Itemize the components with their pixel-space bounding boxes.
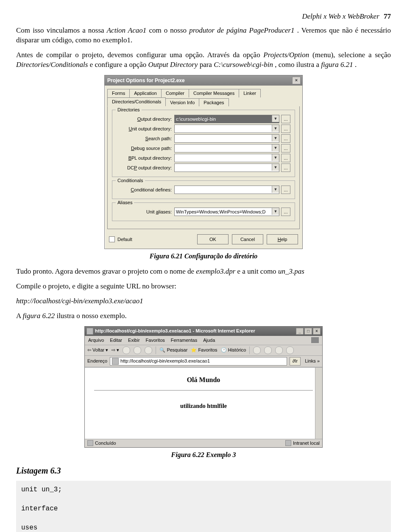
chevron-down-icon[interactable]: ▼ <box>272 125 279 132</box>
label-cond-defines: Conditional defines: <box>117 187 174 193</box>
italic-text: un_3.pas <box>278 267 304 275</box>
debug-source-combo[interactable]: ▼ <box>174 144 279 152</box>
browser-address-bar: Endereço http://localhost/cgi-bin/exempl… <box>85 356 322 367</box>
menu-arquivo[interactable]: Arquivo <box>88 337 104 344</box>
project-options-dialog: Project Options for Project2.exe × Forms… <box>104 75 303 249</box>
chevron-down-icon[interactable]: ▼ <box>272 144 279 151</box>
tab-compiler[interactable]: Compiler <box>161 89 189 97</box>
zone-icon <box>285 440 291 446</box>
home-icon[interactable] <box>145 346 152 354</box>
menu-favoritos[interactable]: Favoritos <box>146 337 165 344</box>
print-icon[interactable] <box>264 346 272 354</box>
browse-button[interactable]: … <box>281 208 290 216</box>
conditional-defines-combo[interactable]: ▼ <box>174 186 279 194</box>
code-block: unit un_3; interface uses SysUtils, Clas… <box>16 481 391 532</box>
search-path-combo[interactable]: ▼ <box>174 134 279 143</box>
browse-button[interactable]: … <box>281 163 290 172</box>
browse-button[interactable]: … <box>281 154 290 162</box>
group-title: Aliases <box>116 200 134 206</box>
scrollbar[interactable] <box>315 368 322 439</box>
group-conditionals: Conditionals Conditional defines: ▼ … <box>112 180 295 199</box>
chevron-down-icon[interactable]: ▼ <box>272 115 279 122</box>
menu-editar[interactable]: Editar <box>110 337 122 344</box>
dialog-bottom: Default OK Cancel Help <box>105 232 302 249</box>
page-heading: Olá Mundo <box>187 375 220 385</box>
go-button[interactable]: ∂ Ir <box>290 357 301 366</box>
tab-compiler-messages[interactable]: Compiler Messages <box>189 89 239 97</box>
browse-button[interactable]: … <box>281 125 290 133</box>
menu-ferramentas[interactable]: Ferramentas <box>171 337 197 344</box>
listing-heading: Listagem 6.3 <box>16 465 391 477</box>
dialog-titlebar[interactable]: Project Options for Project2.exe × <box>105 75 302 86</box>
minimize-icon[interactable]: _ <box>296 328 304 335</box>
tab-forms[interactable]: Forms <box>107 89 130 97</box>
tab-linker[interactable]: Linker <box>239 89 261 97</box>
page-subtext: utilizando htmlfile <box>180 402 227 410</box>
browse-button[interactable]: … <box>281 134 290 143</box>
links-button[interactable]: Links » <box>305 358 320 364</box>
help-button[interactable]: Help <box>267 234 298 244</box>
label-unit-aliases: Unit aliases: <box>117 209 174 215</box>
dialog-panel: Directories Output directory: c:\cursowe… <box>107 106 300 229</box>
separator <box>249 346 250 354</box>
discuss-icon[interactable] <box>286 346 294 354</box>
text: . <box>355 61 357 69</box>
close-icon[interactable]: × <box>313 328 321 335</box>
unit-output-combo[interactable]: ▼ <box>174 125 279 133</box>
menu-ajuda[interactable]: Ajuda <box>203 337 215 344</box>
favorites-button[interactable]: ⭐ Favoritos <box>191 347 217 353</box>
chevron-down-icon[interactable]: ▼ <box>272 186 279 193</box>
tab-directories-conditionals[interactable]: Directories/Conditionals <box>107 97 166 107</box>
italic-text: exemplo3.dpr <box>196 267 235 275</box>
close-icon[interactable]: × <box>292 77 301 84</box>
header-title: Delphi x Web x WebBroker <box>302 12 379 20</box>
back-button[interactable]: ⇦ Voltar ▾ <box>87 347 108 353</box>
browse-button[interactable]: … <box>281 186 290 194</box>
mail-icon[interactable] <box>253 346 261 354</box>
browser-content: Olá Mundo utilizando htmlfile <box>85 367 322 439</box>
stop-icon[interactable] <box>123 346 130 354</box>
text: e a unit como <box>237 267 278 275</box>
value: WinTypes=Windows;WinProcs=Windows;D <box>176 209 266 215</box>
chevron-down-icon[interactable]: ▼ <box>272 135 279 141</box>
refresh-icon[interactable] <box>134 346 141 354</box>
tab-packages[interactable]: Packages <box>199 98 229 107</box>
chevron-down-icon[interactable]: ▼ <box>272 164 279 171</box>
address-label: Endereço <box>87 358 107 364</box>
paragraph-2: Antes de compilar o projeto, devemos con… <box>16 50 391 70</box>
search-button[interactable]: 🔍 Pesquisar <box>159 347 187 353</box>
browse-button[interactable]: … <box>281 144 290 152</box>
default-checkbox[interactable]: Default <box>109 236 132 243</box>
text: Tudo pronto. Agora devemos gravar o proj… <box>16 267 196 275</box>
ok-button[interactable]: OK <box>197 234 229 244</box>
browser-menu: Arquivo Editar Exibir Favoritos Ferramen… <box>85 336 322 345</box>
maximize-icon[interactable]: □ <box>304 328 312 335</box>
group-title: Directories <box>116 107 142 113</box>
browser-titlebar[interactable]: http://localhost/cgi-bin/exemplo3.exe/ac… <box>85 327 322 336</box>
unit-aliases-combo[interactable]: WinTypes=Windows;WinProcs=Windows;D▼ <box>174 208 279 216</box>
chevron-down-icon[interactable]: ▼ <box>272 154 279 161</box>
text: Antes de compilar o projeto, devemos con… <box>16 51 263 59</box>
forward-button[interactable]: ⇨ ▾ <box>112 347 119 353</box>
separator <box>156 346 156 354</box>
tab-version-info[interactable]: Version Info <box>165 98 199 107</box>
chevron-down-icon[interactable]: ▼ <box>272 208 279 215</box>
figure-caption-2: Figura 6.22 Exemplo 3 <box>16 450 391 460</box>
cancel-button[interactable]: Cancel <box>232 234 263 244</box>
browse-button[interactable]: … <box>281 115 290 123</box>
label-bpl: BPL output directory: <box>117 155 174 161</box>
text: ilustra o nosso exemplo. <box>56 312 126 320</box>
bpl-output-combo[interactable]: ▼ <box>174 154 279 162</box>
history-button[interactable]: 🕑 Histórico <box>221 347 246 353</box>
tab-application[interactable]: Application <box>129 89 162 97</box>
menu-exibir[interactable]: Exibir <box>128 337 140 344</box>
address-input[interactable]: http://localhost/cgi-bin/exemplo3.exe/ac… <box>110 357 287 366</box>
output-directory-combo[interactable]: c:\cursoweb\cgi-bin▼ <box>174 115 279 123</box>
label-dcp: DCP output directory: <box>117 165 174 171</box>
group-title: Conditionals <box>116 177 145 184</box>
checkbox-icon[interactable] <box>109 236 115 242</box>
edit-icon[interactable] <box>275 346 283 354</box>
dcp-output-combo[interactable]: ▼ <box>174 163 279 172</box>
italic-text: C:\cursoweb\cgi-bin <box>214 61 273 69</box>
status-right: Intranet local <box>293 440 320 446</box>
